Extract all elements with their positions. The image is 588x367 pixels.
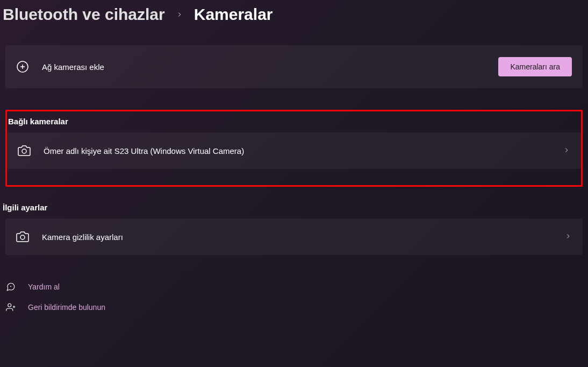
privacy-item-left: Kamera gizlilik ayarları — [16, 230, 123, 243]
connected-cameras-header: Bağlı kameralar — [8, 117, 581, 126]
related-settings-header: İlgili ayarlar — [3, 203, 588, 212]
connected-camera-item[interactable]: Ömer adlı kişiye ait S23 Ultra (Windows … — [7, 132, 581, 169]
help-links-section: Yardım al Geri bildirimde bulunun — [0, 277, 588, 317]
feedback-icon — [5, 302, 16, 312]
search-cameras-button[interactable]: Kameraları ara — [498, 57, 572, 76]
svg-point-4 — [20, 235, 25, 239]
help-icon — [5, 282, 16, 292]
add-camera-left: Ağ kamerası ekle — [16, 60, 104, 73]
svg-point-3 — [22, 149, 26, 153]
related-settings-section: İlgili ayarlar Kamera gizlilik ayarları — [0, 203, 588, 255]
get-help-label: Yardım al — [28, 283, 60, 291]
privacy-item-label: Kamera gizlilik ayarları — [42, 232, 123, 242]
add-network-camera-row: Ağ kamerası ekle Kameraları ara — [5, 45, 583, 88]
svg-point-6 — [8, 304, 11, 307]
add-camera-label: Ağ kamerası ekle — [42, 62, 104, 72]
chevron-right-icon — [563, 146, 570, 156]
breadcrumb-parent[interactable]: Bluetooth ve cihazlar — [3, 5, 165, 24]
breadcrumb: Bluetooth ve cihazlar Kameralar — [0, 0, 588, 34]
chevron-right-icon — [564, 232, 572, 242]
camera-item-label: Ömer adlı kişiye ait S23 Ultra (Windows … — [44, 146, 244, 156]
camera-privacy-settings-item[interactable]: Kamera gizlilik ayarları — [5, 218, 583, 255]
camera-icon — [18, 144, 31, 157]
chevron-right-icon — [176, 9, 183, 21]
camera-item-left: Ömer adlı kişiye ait S23 Ultra (Windows … — [18, 144, 244, 157]
give-feedback-label: Geri bildirimde bulunun — [28, 303, 105, 312]
plus-circle-icon — [16, 60, 29, 73]
connected-cameras-highlight: Bağlı kameralar Ömer adlı kişiye ait S23… — [5, 110, 583, 187]
camera-icon — [16, 230, 29, 243]
breadcrumb-current: Kameralar — [194, 5, 273, 24]
get-help-link[interactable]: Yardım al — [5, 277, 588, 297]
svg-point-5 — [11, 286, 11, 287]
give-feedback-link[interactable]: Geri bildirimde bulunun — [5, 297, 588, 317]
